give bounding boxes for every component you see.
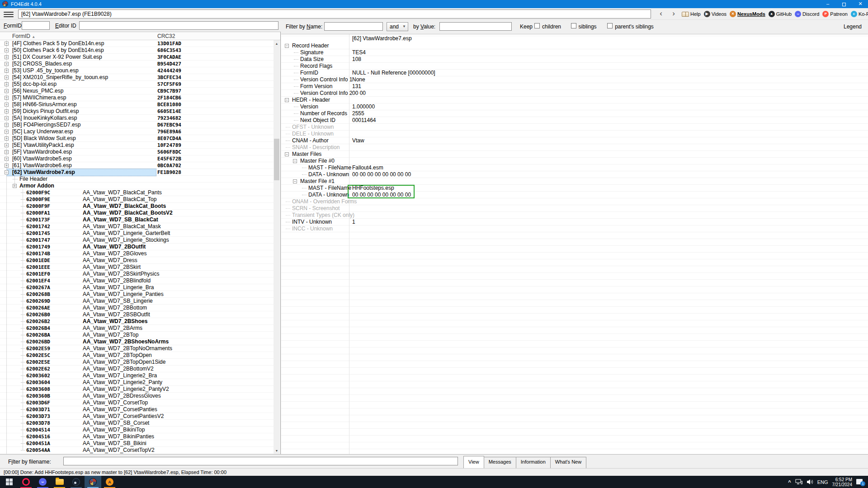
record-row[interactable]: OFST - Unknown	[281, 124, 868, 131]
tab-whatsnew[interactable]: What's New	[550, 457, 586, 469]
record-row[interactable]: CNAM - AuthorVtaw	[281, 137, 868, 144]
tree-row[interactable]: +[51] DX Courser X-92 Power Suit.esp3F0C…	[0, 54, 274, 61]
tree-row[interactable]: +[5C] Lacy Underwear.esp796E89A6	[0, 128, 274, 135]
tree-row[interactable]: 62001EF0AA_Vtaw_WD7_2BSkirtPhysics	[0, 271, 274, 277]
checkbox-parent-s-siblings[interactable]	[607, 23, 613, 28]
column-crc32[interactable]: CRC32	[157, 33, 175, 39]
tree-row[interactable]: 62002E5EAA_Vtaw_WD7_2BTopOpen1Side	[0, 359, 274, 366]
tree-row[interactable]: 62000F9FAA_Vtaw_WD7_BlackCat_Boots	[0, 203, 274, 210]
tree-row[interactable]: 620026B2AA_Vtaw_WD7_2BShoes	[0, 318, 274, 325]
record-row[interactable]: INCC - Unknown	[281, 225, 868, 232]
record-row[interactable]: Number of Records2555	[281, 110, 868, 117]
start-button[interactable]	[1, 476, 18, 488]
hamburger-menu-icon[interactable]	[4, 10, 14, 18]
language-indicator[interactable]: ENG	[817, 479, 828, 485]
tree-row[interactable]: 6200174BAA_Vtaw_WD7_2BGloves	[0, 250, 274, 257]
maximize-button[interactable]	[836, 0, 852, 8]
tree-row[interactable]: 62001EDEAA_Vtaw_WD7_Dress	[0, 257, 274, 264]
tree-row[interactable]: File Header	[0, 176, 274, 183]
tree-row[interactable]: +[55] dcc-bp-lol.esp57CF5F69	[0, 81, 274, 88]
tab-messages[interactable]: Messages	[484, 457, 516, 469]
filter-operator-select[interactable]: and▼	[387, 22, 408, 31]
tree-row[interactable]: 62003D78AA_Vtaw_WD7_SB_Corset	[0, 420, 274, 427]
collapse-icon[interactable]: −	[285, 44, 289, 48]
scrollbar-thumb[interactable]	[274, 139, 279, 180]
tree-row[interactable]: 6200269DAA_Vtaw_WD7_SB_Lingerie	[0, 298, 274, 305]
back-button[interactable]: ‹	[656, 9, 666, 19]
tree-row[interactable]: −Armor Addon	[0, 183, 274, 189]
tree-row[interactable]: 62001749AA_Vtaw_WD7_2BOutfit	[0, 244, 274, 250]
tree-row[interactable]: 62000F9EAA_Vtaw_WD7_BlackCat_Top	[0, 196, 274, 203]
tree-row[interactable]: 620026BAAA_Vtaw_WD7_2BTop	[0, 332, 274, 338]
tree-row[interactable]: 62000F9CAA_Vtaw_WD7_BlackCat_Pants	[0, 189, 274, 196]
tree-row[interactable]: 62004516AA_Vtaw_WD7_BikiniPanties	[0, 433, 274, 440]
tree-row[interactable]: +[5D] Black Widow Suit.esp8E07CD4A	[0, 135, 274, 142]
tree-row[interactable]: 6200267AAA_Vtaw_WD7_Lingerie_Bra	[0, 284, 274, 291]
speaker-icon[interactable]	[807, 479, 813, 485]
tree-row[interactable]: 62001745AA_Vtaw_WD7_Lingerie_GarterBelt	[0, 230, 274, 237]
record-row[interactable]: −Master File #1	[281, 178, 868, 185]
tree-row[interactable]: 62003608AA_Vtaw_WD7_Lingerie2_PantyV2	[0, 386, 274, 393]
filter-by-value-input[interactable]	[439, 22, 512, 31]
record-row[interactable]: SCRN - Screenshot	[281, 205, 868, 212]
record-row[interactable]: Transient Types (CK only)	[281, 212, 868, 219]
discord-app[interactable]: ⌣	[34, 476, 51, 488]
tree-row[interactable]: 620026B0AA_Vtaw_WD7_2BSBOutfit	[0, 311, 274, 318]
tree-scrollbar[interactable]: ▲ ▼	[274, 40, 280, 454]
checkbox-children[interactable]	[534, 23, 540, 28]
record-row[interactable]: MAST - FileNameFallout4.esm	[281, 164, 868, 171]
column-formid[interactable]: FormID	[12, 33, 30, 39]
formid-input[interactable]	[22, 21, 50, 30]
notification-center-icon[interactable]: 1	[856, 479, 864, 486]
tree-row[interactable]: +[57] MWIIChimera.esp2F184CB6	[0, 94, 274, 101]
record-row[interactable]: SNAM - Description	[281, 144, 868, 151]
tree-row[interactable]: 62002E59AA_Vtaw_WD7_2BTopNoOrnaments	[0, 345, 274, 352]
record-row[interactable]: Version1.000000	[281, 103, 868, 110]
tree-row[interactable]: +[56] Nexus_PMC.espCB9C7B97	[0, 88, 274, 94]
link-github[interactable]: ᴥGitHub	[769, 11, 792, 17]
editorid-input[interactable]	[79, 21, 278, 30]
link-ko-fi[interactable]: cKo-Fi	[851, 11, 868, 17]
link-videos[interactable]: ▶Videos	[704, 11, 726, 17]
tree-row[interactable]: +[4F] Clothes Pack 5 by DonEb14n.esp13D0…	[0, 40, 274, 47]
tree-row[interactable]: 62001742AA_Vtaw_WD7_BlackCat_Mask	[0, 223, 274, 230]
tree-row[interactable]: 620026BDAA_Vtaw_WD7_2BShoesNoArms	[0, 338, 274, 345]
breadcrumb[interactable]: [62] VtawWardrobe7.esp (FE1B9028)	[18, 9, 651, 19]
fo4edit-app[interactable]	[85, 476, 101, 488]
tree-row[interactable]: 62003602AA_Vtaw_WD7_Lingerie2_Bra	[0, 372, 274, 379]
opera-gx-app[interactable]	[18, 476, 34, 488]
tree-column-headers[interactable]: FormID ▲ CRC32	[0, 32, 280, 40]
collapse-icon[interactable]: −	[285, 152, 289, 156]
clock[interactable]: 6:52 PM 7/21/2024	[832, 477, 853, 487]
tree-row[interactable]: 62003D71AA_Vtaw_WD7_CorsetPanties	[0, 406, 274, 413]
tree-row[interactable]: 620026B4AA_Vtaw_WD7_2BArms	[0, 325, 274, 332]
tree-row[interactable]: +[5B] FO4PiercingsSED7.espD67EBC94	[0, 122, 274, 128]
tree-row[interactable]: 620026AEAA_Vtaw_WD7_2BBottom	[0, 305, 274, 311]
tree-row[interactable]: 620054AAAA_Vtaw_WD7_CorsetTopV2	[0, 447, 274, 454]
tree-row[interactable]: −[62] VtawWardrobe7.espFE1B9028	[0, 169, 274, 176]
link-help[interactable]: Help	[682, 11, 701, 17]
record-row[interactable]: INTV - Unknown1	[281, 219, 868, 225]
tree-row[interactable]: +[59] Dickys Pinup Outfit.esp6605E14E	[0, 108, 274, 115]
link-patreon[interactable]: PPatreon	[822, 11, 848, 17]
collapse-icon[interactable]: −	[293, 179, 297, 183]
tree-row[interactable]: 62001EEEAA_Vtaw_WD7_2BSkirt	[0, 264, 274, 271]
legend-link[interactable]: Legend	[844, 23, 862, 30]
record-column-header[interactable]: [62] VtawWardrobe7.esp	[352, 35, 412, 42]
tree-row[interactable]: 62001EF4AA_Vtaw_WD7_2BBlindfold	[0, 277, 274, 284]
record-row[interactable]: SignatureTES4	[281, 49, 868, 56]
scroll-up-icon[interactable]: ▲	[274, 40, 280, 47]
tree-row[interactable]: 62003D6FAA_Vtaw_WD7_CorsetTop	[0, 399, 274, 406]
record-row[interactable]: FormIDNULL - Null Reference [00000000]	[281, 70, 868, 76]
tree-row[interactable]: 62002E62AA_Vtaw_WD7_2BBottomV2	[0, 366, 274, 372]
network-icon[interactable]	[795, 479, 802, 485]
record-row[interactable]: −HEDR - Header	[281, 97, 868, 103]
tree-row[interactable]: 62003D73AA_Vtaw_WD7_CorsetPantiesV2	[0, 413, 274, 420]
record-row[interactable]: Form Version131	[281, 83, 868, 90]
filter-by-filename-input[interactable]	[63, 457, 458, 465]
tab-information[interactable]: Information	[516, 457, 551, 469]
tree-row[interactable]: 62004514AA_Vtaw_WD7_BikiniTop	[0, 427, 274, 433]
audible-app[interactable]: A	[101, 476, 118, 488]
record-row[interactable]: ONAM - Overridden Forms	[281, 198, 868, 205]
link-discord[interactable]: ⌣Discord	[795, 11, 819, 17]
